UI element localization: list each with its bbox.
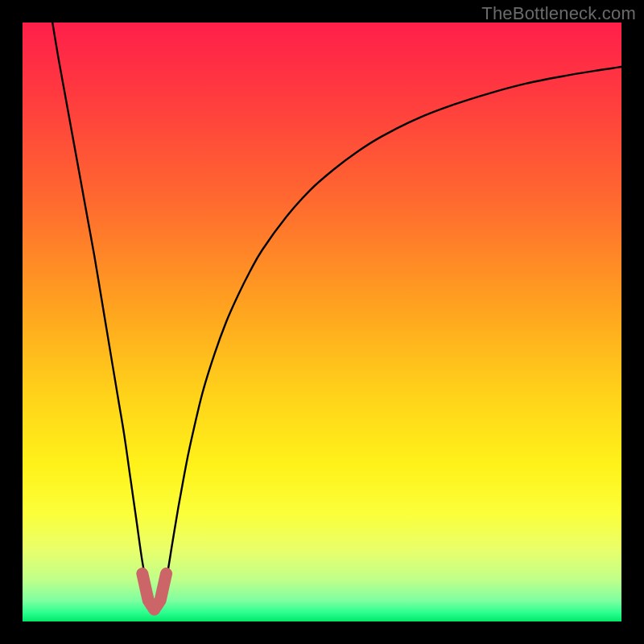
chart-frame (23, 23, 621, 621)
watermark-text: TheBottleneck.com (481, 3, 636, 24)
bottleneck-plot (23, 23, 621, 621)
gradient-background (23, 23, 621, 621)
